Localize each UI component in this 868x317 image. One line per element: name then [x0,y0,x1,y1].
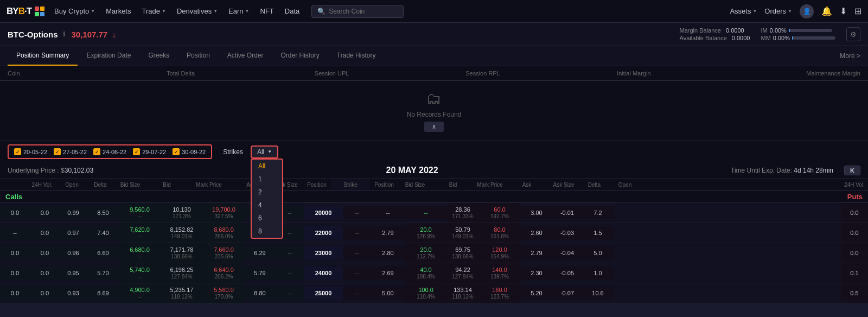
table-row: 0.0 0.0 0.95 5.70 5,740.0-- 6,196.25127.… [0,263,868,283]
tab-active-order[interactable]: Active Order [219,46,272,66]
settings-button[interactable]: ⚙ [846,27,860,41]
dropdown-arrow-icon: ▼ [267,149,272,154]
time-val: 4d 14h 28min [794,167,833,174]
k-badge[interactable]: K [844,166,860,175]
date-label-0: 20-05-22 [23,149,47,155]
trade-arrow-icon: ▼ [162,9,166,14]
checkbox-2[interactable]: ✓ [93,148,100,155]
nav-derivatives[interactable]: Derivatives ▼ [173,0,222,23]
header-c-bid: Bid [146,179,187,191]
logo[interactable]: BYB·T [7,6,31,17]
no-records-icon: 🗂 [426,90,442,107]
download-icon[interactable]: ⬇ [840,6,847,16]
calls-puts-labels-row: Calls Puts [0,191,868,203]
header-p-delta: Delta [579,179,609,191]
nav-data[interactable]: Data [280,0,304,23]
notification-bell-icon[interactable]: 🔔 [821,6,832,16]
available-balance-label: Available Balance [680,35,727,41]
expiry-date-big: 20 MAY 2022 [104,166,720,175]
nav-buy-crypto[interactable]: Buy Crypto ▼ [50,0,99,23]
search-input[interactable] [329,8,394,15]
strikes-label: Strikes [223,148,243,156]
orders-arrow-icon: ▼ [788,9,792,14]
date-filter-2[interactable]: ✓ 24-06-22 [93,148,126,155]
strikes-option-1[interactable]: 1 [252,173,282,186]
nav-right: Assets ▼ Orders ▼ 👤 🔔 ⬇ ⊞ [730,4,861,18]
tab-position[interactable]: Position [178,46,219,66]
date-filter-4[interactable]: ✓ 30-09-22 [173,148,206,155]
strikes-dropdown-button[interactable]: All ▼ [251,145,278,158]
table-row: 0.0 0.0 0.99 8.50 9,560.0-- 10,130171.3%… [0,203,868,223]
no-records-text: No Records Found [407,111,462,118]
strikes-option-all[interactable]: All [252,160,282,173]
row-cells: 0.0 0.0 0.99 8.50 9,560.0-- 10,130171.3%… [0,203,841,223]
header-p-ask: Ask [506,179,548,191]
im-label: IM [761,27,767,34]
checkbox-1[interactable]: ✓ [54,148,61,155]
header-c-open: Open [57,179,87,191]
btc-price: 30,107.77 ↓ [71,30,116,39]
info-icon[interactable]: ℹ [63,30,66,38]
nav-trade[interactable]: Trade ▼ [137,0,170,23]
row-cells: 0.0 0.0 0.96 6.60 6,680.0-- 7,171.78138.… [0,243,841,263]
tab-position-summary[interactable]: Position Summary [8,46,78,66]
im-val: 0.00% [770,27,787,34]
nav-markets[interactable]: Markets [101,0,135,23]
margin-balance-val: 0.0000 [726,27,744,34]
header-c-pos: Position [303,179,331,191]
earn-arrow-icon: ▼ [245,9,250,14]
tab-order-history[interactable]: Order History [272,46,328,66]
options-header-row: 24H Vol. Open Delta Bid Size Bid Mark Pr… [27,179,841,191]
strikes-option-2[interactable]: 2 [252,186,282,199]
tab-greeks[interactable]: Greeks [139,46,178,66]
tab-trade-history[interactable]: Trade History [328,46,385,66]
search-box[interactable]: 🔍 [311,5,404,18]
strikes-option-4[interactable]: 4 [252,199,282,212]
im-block: IM 0.00% MM 0.00% [761,27,835,41]
header-p-bid-size: Bid Size [398,179,432,191]
expand-button[interactable]: ∧ [424,122,444,132]
no-records-section: 🗂 No Records Found ∧ [0,81,868,141]
strikes-dropdown-menu: All 1 2 4 6 8 [251,158,283,239]
orders-menu[interactable]: Orders ▼ [764,7,792,15]
price-bar: BTC-Options ℹ 30,107.77 ↓ Margin Balance… [0,23,868,46]
header-p-ask-size: Ask Size [548,179,579,191]
mm-val: 0.00% [773,35,790,41]
tab-expiration-date[interactable]: Expiration Date [78,46,139,66]
col-session-upl: Session UPL [256,70,407,77]
tab-more[interactable]: More > [840,52,860,60]
header-c-mark: Mark Price [187,179,231,191]
table-row: 0.0 0.0 0.96 6.60 6,680.0-- 7,171.78138.… [0,243,868,263]
date-label-4: 30-09-22 [182,149,206,155]
strikes-option-8[interactable]: 8 [252,225,282,238]
header-c-delta: Delta [87,179,114,191]
mm-progress [792,36,835,40]
table-row: 0.0 0.0 0.93 8.69 4,900.0-- 5,235.17118.… [0,283,868,303]
underlying-val: 30,102.03 [65,167,93,174]
avatar[interactable]: 👤 [800,4,814,18]
im-progress [789,29,832,32]
puts-header-label: Puts [842,191,868,202]
checkbox-0[interactable]: ✓ [14,148,21,155]
date-filter-3[interactable]: ✓ 29-07-22 [133,148,166,155]
strikes-dropdown[interactable]: All ▼ All 1 2 4 6 8 [251,145,278,158]
nav-earn[interactable]: Earn ▼ [224,0,253,23]
calls-section-label [0,183,27,187]
assets-menu[interactable]: Assets ▼ [730,7,757,15]
header-p-pos: Position [370,179,398,191]
nav-nft[interactable]: NFT [256,0,278,23]
search-icon: 🔍 [317,8,326,15]
header-c-24h: 24H Vol. [27,179,57,191]
grid-apps-icon[interactable]: ⊞ [854,6,861,16]
col-initial-margin: Initial Margin [558,70,709,77]
strikes-option-6[interactable]: 6 [252,212,282,225]
options-section: ✓ 20-05-22 ✓ 27-05-22 ✓ 24-06-22 ✓ 29-07… [0,141,868,303]
checkbox-3[interactable]: ✓ [133,148,140,155]
date-filter-0[interactable]: ✓ 20-05-22 [14,148,47,155]
header-strike: Strike [331,179,370,191]
top-nav: BYB·T Buy Crypto ▼ Markets Trade ▼ Deriv… [0,0,868,23]
row-cells: 0.0 0.0 0.95 5.70 5,740.0-- 6,196.25127.… [0,263,841,283]
grid-icon[interactable] [35,7,44,16]
date-filter-1[interactable]: ✓ 27-05-22 [54,148,87,155]
checkbox-4[interactable]: ✓ [173,148,180,155]
